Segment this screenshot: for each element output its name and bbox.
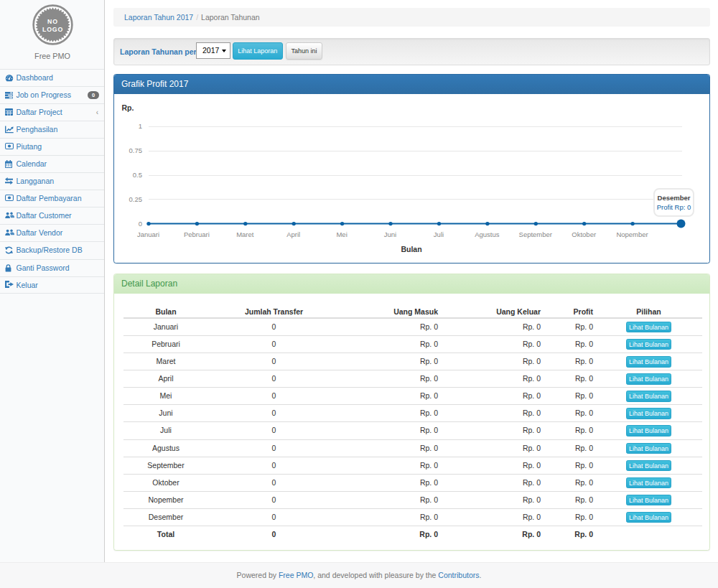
- svg-text:LOGO: LOGO: [42, 26, 63, 33]
- svg-text:NO: NO: [47, 18, 58, 25]
